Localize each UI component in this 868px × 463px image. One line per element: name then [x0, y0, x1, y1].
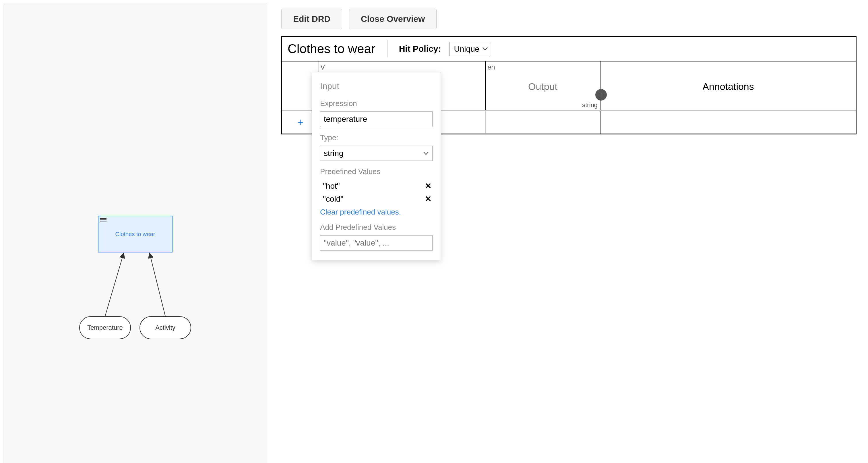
- predefined-value-item: "cold" ✕: [320, 193, 433, 205]
- hit-policy-label: Hit Policy:: [399, 44, 441, 54]
- add-predefined-label: Add Predefined Values: [320, 223, 433, 232]
- table-title-row: Clothes to wear Hit Policy: Unique: [282, 37, 856, 61]
- add-predefined-values-input[interactable]: [320, 235, 433, 251]
- svg-line-0: [105, 253, 124, 316]
- drd-decision-label: Clothes to wear: [115, 231, 155, 237]
- expression-input[interactable]: [320, 111, 433, 127]
- predefined-value-text: "hot": [323, 181, 340, 191]
- vertical-divider: [387, 40, 388, 57]
- type-label: Type:: [320, 133, 433, 142]
- drd-overview-panel: Clothes to wear Temperature Activity: [3, 3, 267, 463]
- clear-predefined-values-link[interactable]: Clear predefined values.: [320, 208, 401, 216]
- drd-input-activity-label: Activity: [155, 324, 175, 331]
- remove-predefined-value-button[interactable]: ✕: [425, 194, 431, 204]
- then-label-fragment: en: [486, 61, 600, 73]
- add-output-column-button[interactable]: +: [595, 89, 607, 100]
- drd-canvas[interactable]: Clothes to wear Temperature Activity: [3, 3, 267, 463]
- drd-input-temperature-label: Temperature: [87, 324, 123, 331]
- remove-predefined-value-button[interactable]: ✕: [425, 181, 431, 191]
- table-title[interactable]: Clothes to wear: [288, 42, 375, 56]
- input-column-popup: Input Expression Type: string Predefined…: [312, 72, 441, 260]
- close-overview-button[interactable]: Close Overview: [349, 9, 437, 29]
- predefined-values-label: Predefined Values: [320, 167, 433, 176]
- col-output-header[interactable]: en Output string: [486, 61, 600, 110]
- plus-icon: +: [599, 90, 603, 99]
- type-select[interactable]: string: [320, 146, 433, 161]
- drd-input-temperature[interactable]: Temperature: [79, 316, 131, 339]
- popup-title: Input: [320, 81, 433, 91]
- predefined-value-text: "cold": [323, 195, 343, 204]
- decision-table-icon: [100, 218, 106, 222]
- expression-label: Expression: [320, 99, 433, 108]
- add-row-plus-icon: +: [297, 116, 303, 128]
- annotations-label: Annotations: [600, 73, 856, 100]
- empty-output-cell[interactable]: [486, 111, 600, 134]
- svg-line-1: [150, 253, 165, 316]
- col-annotations-header[interactable]: Annotations: [600, 61, 856, 110]
- edit-drd-button[interactable]: Edit DRD: [281, 9, 342, 29]
- predefined-values-list: "hot" ✕ "cold" ✕: [320, 179, 433, 205]
- drd-decision-node[interactable]: Clothes to wear: [98, 216, 173, 253]
- toolbar: Edit DRD Close Overview: [281, 9, 857, 29]
- output-type: string: [486, 100, 600, 110]
- output-label: Output: [486, 73, 600, 100]
- predefined-value-item: "hot" ✕: [320, 179, 433, 193]
- empty-annotation-cell[interactable]: [600, 111, 856, 134]
- drd-input-activity[interactable]: Activity: [140, 316, 191, 339]
- hit-policy-select[interactable]: Unique: [450, 42, 491, 56]
- when-label-fragment: V: [319, 61, 485, 73]
